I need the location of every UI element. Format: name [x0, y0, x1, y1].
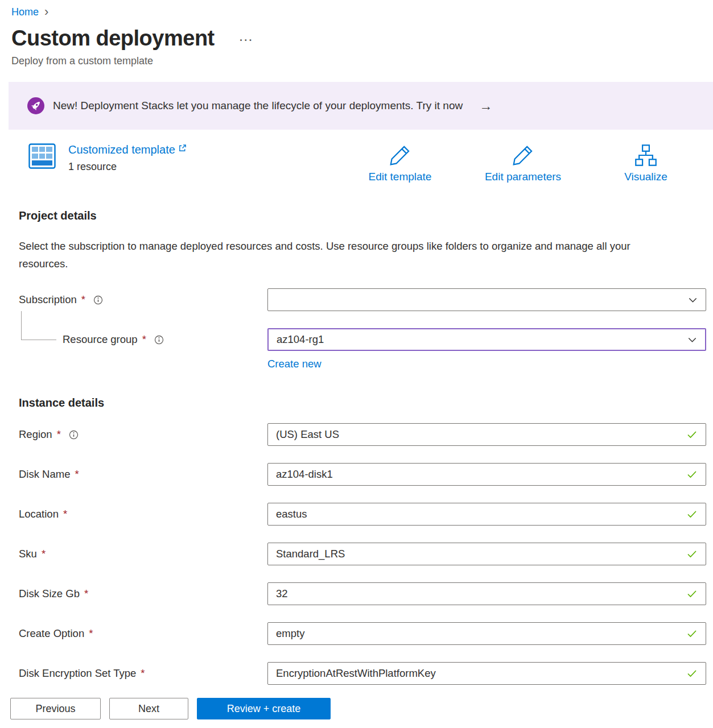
- disk-name-row: Disk Name* az104-disk1: [19, 463, 706, 486]
- valid-check-icon: [686, 508, 698, 520]
- valid-check-icon: [686, 668, 698, 679]
- sku-input[interactable]: Standard_LRS: [267, 543, 706, 565]
- sku-label: Sku*: [19, 548, 267, 560]
- page-title: Custom deployment: [11, 26, 215, 51]
- resource-group-label-text: Resource group: [63, 333, 138, 346]
- more-menu-icon[interactable]: …: [238, 27, 254, 45]
- hierarchy-icon: [634, 143, 658, 167]
- previous-button[interactable]: Previous: [10, 698, 101, 719]
- next-button[interactable]: Next: [109, 698, 188, 719]
- region-input[interactable]: (US) East US: [267, 423, 706, 446]
- disk-size-label-text: Disk Size Gb: [19, 588, 80, 600]
- project-details-fields: Subscription* Resource group*: [19, 288, 706, 370]
- required-marker: *: [63, 508, 67, 520]
- disk-name-input[interactable]: az104-disk1: [267, 463, 706, 486]
- external-link-icon: [178, 144, 187, 152]
- deployment-stacks-banner[interactable]: New! Deployment Stacks let you manage th…: [9, 82, 713, 130]
- template-meta: Customized template 1 resource: [68, 143, 187, 173]
- arrow-right-icon[interactable]: →: [479, 98, 492, 114]
- location-row: Location* eastus: [19, 503, 706, 526]
- visualize-label: Visualize: [624, 171, 667, 183]
- edit-parameters-label: Edit parameters: [485, 171, 561, 183]
- required-marker: *: [75, 468, 79, 481]
- project-details-heading: Project details: [19, 209, 713, 222]
- required-marker: *: [57, 428, 61, 441]
- required-marker: *: [142, 333, 146, 346]
- valid-check-icon: [686, 628, 698, 639]
- sku-value: Standard_LRS: [276, 548, 345, 560]
- template-name: Customized template: [68, 143, 175, 156]
- disk-size-input[interactable]: 32: [267, 582, 706, 605]
- create-option-value: empty: [276, 627, 304, 640]
- required-marker: *: [81, 293, 85, 306]
- create-new-link[interactable]: Create new: [267, 358, 322, 370]
- custom-deployment-page: Home › Custom deployment … Deploy from a…: [0, 0, 713, 728]
- location-label: Location*: [19, 508, 267, 520]
- region-label: Region*: [19, 428, 267, 441]
- region-value: (US) East US: [276, 428, 339, 441]
- review-create-button[interactable]: Review + create: [197, 698, 331, 719]
- customized-template-link[interactable]: Customized template: [68, 143, 187, 156]
- info-icon[interactable]: [93, 295, 103, 305]
- disk-size-value: 32: [276, 588, 288, 600]
- banner-text: New! Deployment Stacks let you manage th…: [53, 100, 463, 112]
- pencil-icon: [388, 143, 412, 167]
- resource-group-value: az104-rg1: [277, 333, 324, 346]
- resource-group-dropdown[interactable]: az104-rg1: [267, 328, 706, 351]
- create-option-input[interactable]: empty: [267, 622, 706, 645]
- disk-name-value: az104-disk1: [276, 468, 333, 481]
- edit-parameters-button[interactable]: Edit parameters: [461, 143, 584, 183]
- resource-group-row: Resource group* az104-rg1: [19, 328, 706, 351]
- required-marker: *: [84, 588, 88, 600]
- disk-encryption-row: Disk Encryption Set Type* EncryptionAtRe…: [19, 662, 706, 685]
- disk-encryption-input[interactable]: EncryptionAtRestWithPlatformKey: [267, 662, 706, 685]
- disk-encryption-value: EncryptionAtRestWithPlatformKey: [276, 667, 436, 680]
- disk-size-label: Disk Size Gb*: [19, 588, 267, 600]
- template-summary-row: Customized template 1 resource Edit temp…: [28, 143, 707, 183]
- location-input[interactable]: eastus: [267, 503, 706, 526]
- create-option-label: Create Option*: [19, 627, 267, 640]
- location-label-text: Location: [19, 508, 59, 520]
- resource-count: 1 resource: [68, 161, 187, 173]
- edit-template-label: Edit template: [369, 171, 432, 183]
- subscription-label: Subscription*: [19, 293, 267, 306]
- pencil-icon: [511, 143, 535, 167]
- chevron-down-icon: [688, 295, 698, 305]
- disk-size-row: Disk Size Gb* 32: [19, 582, 706, 605]
- tree-connector: [21, 311, 56, 340]
- valid-check-icon: [686, 548, 698, 560]
- disk-encryption-label: Disk Encryption Set Type*: [19, 667, 267, 680]
- disk-encryption-label-text: Disk Encryption Set Type: [19, 667, 136, 680]
- info-icon[interactable]: [154, 335, 164, 345]
- disk-name-label: Disk Name*: [19, 468, 267, 481]
- required-marker: *: [89, 627, 93, 640]
- required-marker: *: [141, 667, 145, 680]
- title-row: Custom deployment …: [11, 26, 713, 51]
- rocket-icon: [27, 97, 44, 114]
- template-actions: Edit template Edit parameters: [339, 143, 707, 183]
- edit-template-button[interactable]: Edit template: [339, 143, 461, 183]
- page-subtitle: Deploy from a custom template: [11, 55, 713, 67]
- location-value: eastus: [276, 508, 307, 520]
- template-icon: [28, 143, 56, 169]
- region-row: Region* (US) East US: [19, 423, 706, 446]
- valid-check-icon: [686, 588, 698, 599]
- breadcrumb-home-link[interactable]: Home: [11, 6, 39, 18]
- project-details-description: Select the subscription to manage deploy…: [19, 237, 673, 272]
- chevron-down-icon: [687, 335, 697, 345]
- subscription-dropdown[interactable]: [267, 288, 706, 311]
- valid-check-icon: [686, 429, 698, 440]
- sku-row: Sku* Standard_LRS: [19, 543, 706, 565]
- info-icon[interactable]: [69, 430, 79, 440]
- disk-name-label-text: Disk Name: [19, 468, 70, 481]
- footer-bar: Previous Next Review + create: [0, 689, 713, 728]
- visualize-button[interactable]: Visualize: [584, 143, 707, 183]
- region-label-text: Region: [19, 428, 52, 441]
- subscription-label-text: Subscription: [19, 293, 77, 306]
- create-option-row: Create Option* empty: [19, 622, 706, 645]
- chevron-right-icon: ›: [44, 6, 48, 18]
- subscription-row: Subscription*: [19, 288, 706, 311]
- valid-check-icon: [686, 469, 698, 480]
- create-option-label-text: Create Option: [19, 627, 84, 640]
- instance-details-heading: Instance details: [19, 396, 713, 410]
